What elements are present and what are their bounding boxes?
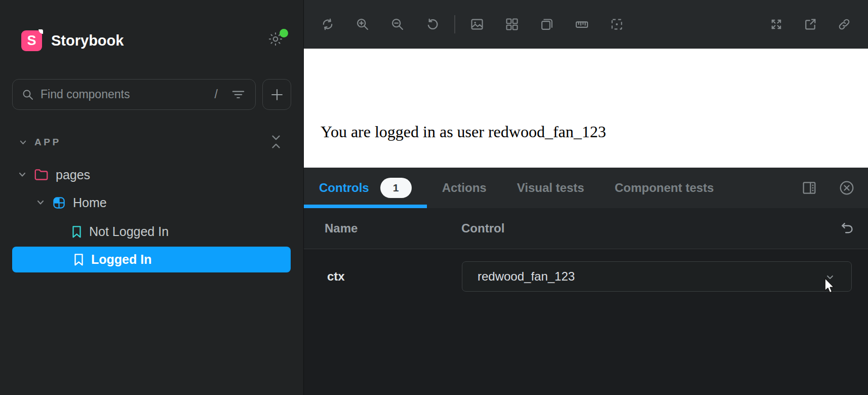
sidebar-item-logged-in[interactable]: Logged In <box>12 247 291 272</box>
sidebar-item-home[interactable]: Home <box>0 191 303 214</box>
column-header-control: Control <box>461 221 504 235</box>
tree-item-label: Not Logged In <box>89 224 169 239</box>
controls-panel: Name Control ctx redwood_fan_123 <box>304 208 868 395</box>
search-row: Find components / <box>12 79 291 110</box>
measure-icon[interactable] <box>575 17 589 31</box>
reset-controls-icon[interactable] <box>839 220 855 235</box>
tab-label: Component tests <box>615 181 714 195</box>
settings-gear-button[interactable] <box>268 31 285 49</box>
tab-visual-tests[interactable]: Visual tests <box>502 168 600 208</box>
search-placeholder: Find components <box>41 88 130 101</box>
preview-canvas: You are logged in as user redwood_fan_12… <box>304 49 868 168</box>
tab-actions[interactable]: Actions <box>427 168 502 208</box>
bookmark-icon <box>71 225 82 238</box>
close-panel-icon[interactable] <box>839 180 855 196</box>
brand-row: S Storybook <box>21 29 303 52</box>
zoom-in-icon[interactable] <box>356 17 370 31</box>
canvas-toolbar <box>304 0 868 49</box>
column-header-name: Name <box>325 221 358 235</box>
storybook-logo: S <box>21 30 42 51</box>
bookmark-icon <box>73 253 84 266</box>
logo-letter: S <box>27 33 36 49</box>
main-area: You are logged in as user redwood_fan_12… <box>303 0 868 395</box>
tab-label: Controls <box>319 181 369 195</box>
toolbar-divider <box>454 15 455 33</box>
ctx-select-control[interactable]: redwood_fan_123 <box>462 261 852 292</box>
sidebar: S Storybook Find co <box>0 0 303 395</box>
zoom-out-icon[interactable] <box>390 17 405 31</box>
open-external-icon[interactable] <box>803 17 817 31</box>
section-label: APP <box>34 137 61 148</box>
sidebar-section-app[interactable]: APP <box>0 134 303 151</box>
story-output-text: You are logged in as user redwood_fan_12… <box>321 123 606 141</box>
chevron-down-icon[interactable] <box>18 138 28 147</box>
background-icon[interactable] <box>470 17 484 31</box>
brand-title: Storybook <box>51 32 124 49</box>
storybook-app: S Storybook Find co <box>0 0 868 395</box>
fullscreen-icon[interactable] <box>769 17 783 31</box>
copy-link-icon[interactable] <box>837 17 851 31</box>
outline-icon[interactable] <box>610 17 624 31</box>
create-new-story-button[interactable] <box>262 79 291 110</box>
chevron-down-icon <box>824 271 836 283</box>
folder-icon <box>34 168 49 181</box>
viewport-icon[interactable] <box>540 17 554 31</box>
select-value: redwood_fan_123 <box>478 269 575 284</box>
remount-icon[interactable] <box>321 17 335 31</box>
controls-count-badge: 1 <box>380 178 412 198</box>
zoom-reset-icon[interactable] <box>425 17 440 31</box>
tree-item-label: Home <box>73 195 107 210</box>
tab-label: Visual tests <box>517 181 584 195</box>
search-icon <box>22 89 34 101</box>
controls-table-row-ctx: ctx redwood_fan_123 <box>304 249 868 395</box>
tree-item-label: pages <box>56 168 90 182</box>
component-icon <box>52 196 66 210</box>
collapse-all-icon[interactable] <box>269 132 283 151</box>
addons-tabbar: Controls 1 Actions Visual tests Componen… <box>304 168 868 208</box>
search-input[interactable]: Find components / <box>12 79 256 110</box>
tab-label: Actions <box>442 181 487 195</box>
notification-dot <box>280 29 288 37</box>
tab-controls[interactable]: Controls 1 <box>304 168 427 208</box>
filter-icon[interactable] <box>231 89 245 101</box>
sidebar-item-not-logged-in[interactable]: Not Logged In <box>0 220 303 243</box>
tab-component-tests[interactable]: Component tests <box>600 168 729 208</box>
search-shortcut-key: / <box>215 88 218 101</box>
controls-table-header: Name Control <box>304 208 868 249</box>
chevron-down-icon[interactable] <box>35 198 46 208</box>
plus-icon <box>270 88 284 102</box>
grid-icon[interactable] <box>505 17 519 31</box>
panel-position-icon[interactable] <box>801 180 817 196</box>
tree-item-label: Logged In <box>91 252 151 267</box>
chevron-down-icon[interactable] <box>17 170 27 180</box>
sidebar-item-pages[interactable]: pages <box>0 163 303 186</box>
arg-name: ctx <box>327 269 345 284</box>
